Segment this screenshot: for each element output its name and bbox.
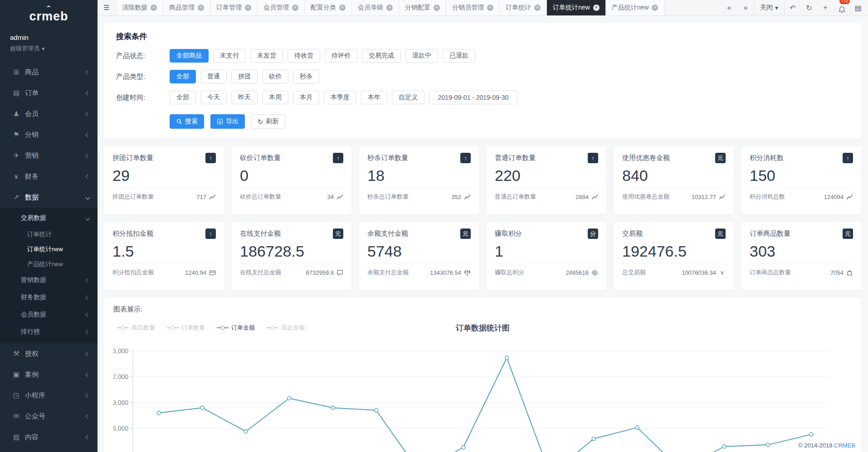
stat-card-value: 220 [495, 167, 598, 188]
user-role-dropdown[interactable]: 超级管理员 ▾ [10, 44, 88, 53]
filter-option-全部商品[interactable]: 全部商品 [170, 49, 209, 63]
tab-会员等级[interactable]: 会员等级× [352, 0, 399, 15]
tab-会员管理[interactable]: 会员管理× [258, 0, 305, 15]
legend-退款金额[interactable]: 退款金额 [267, 324, 305, 332]
tab-订单统计new[interactable]: 订单统计new× [547, 0, 606, 15]
legend-订单数量[interactable]: 订单数量 [167, 324, 205, 332]
sidebar-item-分销[interactable]: ⚑分销 [0, 124, 98, 145]
sidebar-leaf-产品统计new[interactable]: 产品统计new [0, 257, 98, 272]
filter-option-已退款[interactable]: 已退款 [443, 49, 475, 63]
stat-footer-label: 积分消耗总数 [750, 193, 785, 201]
tab-close-icon[interactable]: × [652, 5, 658, 11]
filter-option-本月[interactable]: 本月 [293, 91, 319, 104]
sidebar-item-会员[interactable]: ♟会员 [0, 103, 98, 124]
tab-分销员管理[interactable]: 分销员管理× [446, 0, 500, 15]
tab-close-icon[interactable]: × [434, 5, 440, 11]
filter-option-普通[interactable]: 普通 [200, 70, 227, 83]
tab-close-icon[interactable]: × [487, 5, 493, 11]
sidebar-subitem-财务数据[interactable]: 财务数据 [0, 289, 98, 306]
message-list-icon[interactable]: ▤ [850, 4, 866, 12]
sidebar-item-数据[interactable]: ↗数据 [0, 187, 98, 208]
sidebar-item-设置[interactable]: ⚙设置 [0, 447, 98, 452]
filter-option-昨天[interactable]: 昨天 [231, 91, 258, 104]
sidebar-item-财务[interactable]: ¥财务 [0, 166, 98, 187]
filter-option-本周[interactable]: 本周 [262, 91, 288, 104]
sidebar-item-订单[interactable]: ▤订单 [0, 83, 98, 103]
tab-清除数据[interactable]: 清除数据× [116, 0, 163, 15]
filter-option-退款中[interactable]: 退款中 [405, 49, 438, 63]
chevron-left-icon [86, 132, 90, 137]
sidebar-subitem-交易数据[interactable]: 交易数据 [0, 209, 98, 227]
goods-icon: ⊞ [11, 68, 22, 76]
tab-订单管理[interactable]: 订单管理× [210, 0, 258, 15]
fullscreen-plus-icon[interactable]: + [817, 4, 834, 12]
filter-option-交易完成[interactable]: 交易完成 [362, 49, 401, 63]
tabs-scroll-right-icon[interactable]: » [737, 4, 754, 12]
filter-option-自定义[interactable]: 自定义 [392, 91, 424, 104]
tab-商品管理[interactable]: 商品管理× [163, 0, 210, 15]
tab-close-icon[interactable]: × [292, 5, 298, 11]
app-logo[interactable]: crmeb ˆ [0, 0, 98, 33]
sidebar-subitem-营销数据[interactable]: 营销数据 [0, 272, 98, 289]
filter-option-未发货[interactable]: 未发货 [250, 49, 283, 63]
refresh-icon: ↻ [258, 118, 263, 125]
filter-option-拼团[interactable]: 拼团 [231, 70, 258, 83]
button-label: 刷新 [266, 117, 279, 126]
refresh-button[interactable]: ↻刷新 [251, 114, 285, 129]
tab-订单统计[interactable]: 订单统计× [500, 0, 547, 15]
filter-option-本季度[interactable]: 本季度 [324, 91, 356, 104]
tab-close-icon[interactable]: × [534, 5, 541, 11]
sidebar-subitem-排行榜[interactable]: 排行榜 [0, 323, 98, 340]
filter-option-秒杀[interactable]: 秒杀 [293, 70, 319, 83]
chevron-down-icon [86, 195, 90, 199]
filter-option-未支付[interactable]: 未支付 [213, 49, 246, 63]
sidebar-item-授权[interactable]: ⚒授权 [0, 343, 98, 364]
sidebar-item-商品[interactable]: ⊞商品 [0, 62, 98, 83]
tab-分销配置[interactable]: 分销配置× [399, 0, 446, 15]
filter-option-待评价[interactable]: 待评价 [325, 49, 357, 63]
filter-option-砍价[interactable]: 砍价 [262, 70, 288, 83]
sidebar-subitem-会员数据[interactable]: 会员数据 [0, 306, 98, 323]
tab-产品统计new[interactable]: 产品统计new× [606, 0, 665, 15]
search-button[interactable]: 搜索 [170, 114, 204, 129]
filter-option-全部[interactable]: 全部 [170, 70, 196, 83]
filter-option-本年[interactable]: 本年 [361, 91, 387, 104]
tab-close-icon[interactable]: × [245, 5, 251, 11]
sidebar-item-小程序[interactable]: ◳小程序 [0, 385, 98, 406]
tab-配置分类[interactable]: 配置分类× [305, 0, 352, 15]
legend-订单金额[interactable]: 订单金额 [217, 324, 255, 332]
tabs-scroll-left-icon[interactable]: « [721, 4, 737, 12]
order-statistics-line-chart[interactable]: 15,00012,0009,0006,000 [113, 344, 852, 452]
filter-option-今天[interactable]: 今天 [200, 91, 227, 104]
sidebar-item-营销[interactable]: ✈营销 [0, 145, 98, 166]
sidebar-item-案例[interactable]: ▣案例 [0, 364, 98, 385]
tab-close-icon[interactable]: × [198, 5, 204, 11]
tab-close-icon[interactable]: × [386, 5, 393, 11]
date-range-input[interactable]: 2019-09-01 - 2019-09-30 [429, 91, 517, 104]
sidebar-collapse-icon[interactable]: ☰ [98, 0, 116, 15]
sidebar-item-label: 数据 [25, 193, 86, 202]
tab-close-icon[interactable]: × [593, 5, 600, 11]
filter-option-全部[interactable]: 全部 [170, 91, 196, 104]
refresh-icon[interactable]: ↻ [801, 4, 817, 12]
crmeb-link[interactable]: CRMEB [834, 442, 855, 449]
filter-option-待收货[interactable]: 待收货 [288, 49, 320, 63]
caret-down-icon: ▾ [775, 4, 778, 11]
tab-close-icon[interactable]: × [151, 5, 157, 11]
undo-icon[interactable]: ↶ [785, 4, 801, 12]
scale-icon [464, 269, 471, 276]
stat-badge-icon: 元 [333, 228, 343, 239]
export-button[interactable]: 导出 [210, 114, 245, 129]
notification-bell-icon[interactable]: 772 [834, 2, 850, 14]
sidebar-leaf-订单统计[interactable]: 订单统计 [0, 227, 98, 242]
stat-footer-value: 10312.77 [692, 194, 726, 200]
stat-card-积分抵扣金额: 积分抵扣金额↑1.5积分抵扣总金额1240.94 [104, 222, 224, 290]
chevron-left-icon [86, 174, 90, 179]
sidebar-leaf-订单统计new[interactable]: 订单统计new [0, 242, 98, 257]
filter-row: 产品类型:全部普通拼团砍价秒杀 [116, 70, 849, 83]
sidebar-item-内容[interactable]: ▥内容 [0, 427, 98, 447]
sidebar-item-公众号[interactable]: ✉公众号 [0, 406, 98, 427]
close-tabs-dropdown[interactable]: 关闭 ▾ [754, 0, 785, 15]
legend-商品数量[interactable]: 商品数量 [117, 324, 155, 332]
tab-close-icon[interactable]: × [339, 5, 346, 11]
